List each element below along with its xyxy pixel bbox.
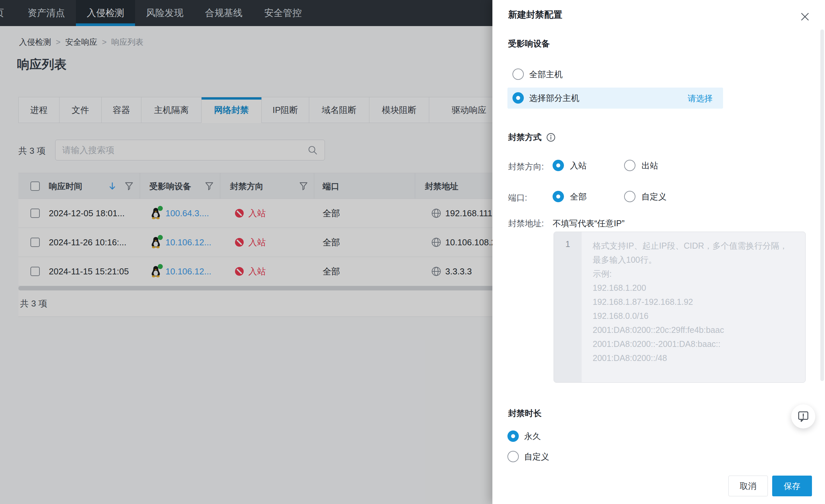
radio-permanent[interactable]: [508, 430, 519, 442]
drawer-title: 新建封禁配置: [508, 9, 562, 21]
option-permanent: 永久: [508, 430, 541, 442]
radio-custom-duration[interactable]: [508, 451, 519, 462]
radio-select-hosts[interactable]: [513, 92, 524, 104]
option-label: 全部: [570, 191, 587, 202]
section-heading-block-method: 封禁方式: [508, 132, 555, 143]
option-label: 永久: [524, 431, 541, 442]
option-custom-duration: 自定义: [508, 451, 549, 462]
drawer-scrollbar-thumb[interactable]: [820, 29, 824, 381]
radio-port-custom[interactable]: [624, 191, 635, 202]
option-label: 全部主机: [529, 69, 562, 80]
radio-all-hosts[interactable]: [513, 69, 524, 80]
radio-port-all[interactable]: [552, 191, 564, 202]
field-label-port: 端口:: [508, 192, 527, 203]
line-number: 1: [554, 239, 582, 249]
address-hint: 不填写代表“任意IP”: [552, 218, 624, 229]
radio-outbound[interactable]: [624, 160, 635, 171]
direction-options: 入站 出站: [552, 160, 658, 171]
option-label: 自定义: [642, 191, 667, 202]
option-select-hosts: 选择部分主机: [513, 92, 579, 104]
textarea-placeholder: 格式支持IP、起止IP段、CIDR，多个值需换行分隔，最多输入100行。 示例:…: [593, 239, 796, 365]
close-icon[interactable]: [798, 10, 812, 23]
option-all-hosts: 全部主机: [513, 69, 562, 80]
drawer-new-block-config: 新建封禁配置 受影响设备 全部主机 选择部分主机 请选择 封禁方式 封禁方向: …: [493, 0, 825, 504]
radio-inbound[interactable]: [552, 160, 564, 171]
field-label-address: 封禁地址:: [508, 218, 544, 229]
option-label: 入站: [570, 160, 587, 171]
save-button[interactable]: 保存: [772, 476, 812, 496]
option-label: 选择部分主机: [529, 93, 579, 104]
line-number-gutter: [554, 232, 582, 382]
choose-hosts-link[interactable]: 请选择: [688, 93, 713, 104]
option-label: 出站: [642, 160, 658, 171]
app-root: 页 资产清点入侵检测风险发现合规基线安全管控 入侵检测 > 安全响应 > 响应列…: [0, 0, 825, 504]
port-options: 全部 自定义: [552, 191, 667, 202]
section-heading-duration: 封禁时长: [508, 408, 541, 419]
field-label-direction: 封禁方向:: [508, 161, 544, 172]
feedback-button[interactable]: [791, 404, 815, 428]
block-address-textarea[interactable]: 1 格式支持IP、起止IP段、CIDR，多个值需换行分隔，最多输入100行。 示…: [553, 232, 806, 383]
cancel-button[interactable]: 取消: [728, 476, 768, 496]
drawer-overlay[interactable]: [0, 0, 493, 504]
section-heading-devices: 受影响设备: [508, 38, 550, 49]
option-label: 自定义: [524, 451, 549, 462]
info-icon[interactable]: [546, 133, 555, 142]
